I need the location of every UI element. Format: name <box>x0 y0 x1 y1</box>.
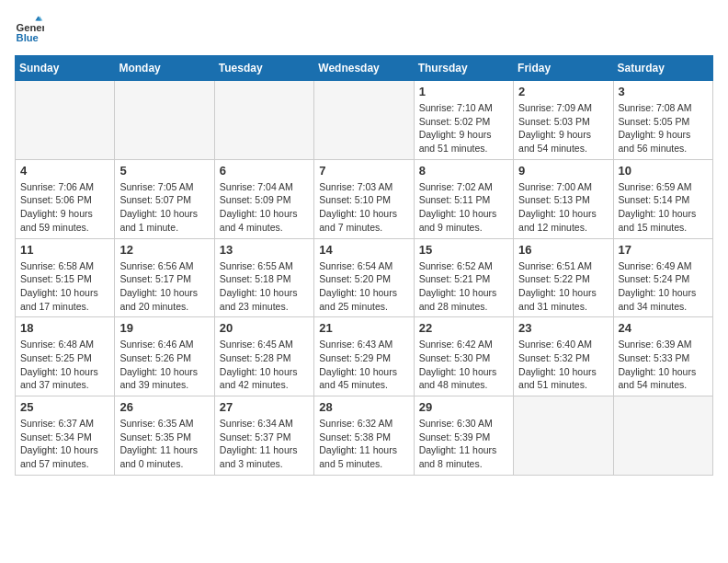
calendar-cell: 15Sunrise: 6:52 AM Sunset: 5:21 PM Dayli… <box>414 238 513 317</box>
day-number: 3 <box>619 85 708 98</box>
calendar-cell: 28Sunrise: 6:32 AM Sunset: 5:38 PM Dayli… <box>314 396 414 476</box>
day-info: Sunrise: 6:34 AM Sunset: 5:37 PM Dayligh… <box>220 417 309 471</box>
calendar-cell <box>514 396 613 476</box>
weekday-header-sunday: Sunday <box>16 56 115 81</box>
weekday-header-saturday: Saturday <box>613 56 712 81</box>
calendar-cell: 13Sunrise: 6:55 AM Sunset: 5:18 PM Dayli… <box>214 238 313 317</box>
calendar-cell: 1Sunrise: 7:10 AM Sunset: 5:02 PM Daylig… <box>414 81 513 160</box>
day-number: 9 <box>518 164 608 178</box>
day-info: Sunrise: 7:06 AM Sunset: 5:06 PM Dayligh… <box>20 180 109 235</box>
day-number: 24 <box>619 321 708 335</box>
calendar-cell: 12Sunrise: 6:56 AM Sunset: 5:17 PM Dayli… <box>115 238 214 317</box>
day-number: 28 <box>319 400 408 414</box>
day-number: 11 <box>20 243 109 257</box>
day-info: Sunrise: 6:35 AM Sunset: 5:35 PM Dayligh… <box>119 417 209 471</box>
day-number: 4 <box>20 164 109 178</box>
day-number: 16 <box>518 243 608 257</box>
calendar-cell: 20Sunrise: 6:45 AM Sunset: 5:28 PM Dayli… <box>214 317 313 396</box>
day-number: 12 <box>119 243 209 257</box>
day-info: Sunrise: 7:05 AM Sunset: 5:07 PM Dayligh… <box>119 180 209 235</box>
day-info: Sunrise: 6:54 AM Sunset: 5:20 PM Dayligh… <box>319 259 408 314</box>
day-info: Sunrise: 6:58 AM Sunset: 5:15 PM Dayligh… <box>20 259 109 314</box>
day-info: Sunrise: 6:42 AM Sunset: 5:30 PM Dayligh… <box>419 338 508 392</box>
day-number: 6 <box>220 164 309 178</box>
day-number: 26 <box>119 400 209 414</box>
day-info: Sunrise: 7:10 AM Sunset: 5:02 PM Dayligh… <box>419 101 508 155</box>
weekday-header-wednesday: Wednesday <box>314 56 414 81</box>
day-info: Sunrise: 7:02 AM Sunset: 5:11 PM Dayligh… <box>419 180 508 235</box>
calendar-cell: 9Sunrise: 7:00 AM Sunset: 5:13 PM Daylig… <box>514 159 613 238</box>
page-header: General Blue <box>15 15 713 44</box>
calendar-cell: 27Sunrise: 6:34 AM Sunset: 5:37 PM Dayli… <box>214 396 313 476</box>
day-number: 7 <box>319 164 408 178</box>
day-info: Sunrise: 6:56 AM Sunset: 5:17 PM Dayligh… <box>119 259 209 314</box>
day-number: 20 <box>220 321 309 335</box>
day-number: 5 <box>119 164 209 178</box>
day-number: 1 <box>419 85 508 98</box>
calendar-cell: 19Sunrise: 6:46 AM Sunset: 5:26 PM Dayli… <box>115 317 214 396</box>
weekday-header-monday: Monday <box>115 56 214 81</box>
day-info: Sunrise: 6:51 AM Sunset: 5:22 PM Dayligh… <box>518 259 608 314</box>
day-info: Sunrise: 6:59 AM Sunset: 5:14 PM Dayligh… <box>619 180 708 235</box>
calendar-cell: 22Sunrise: 6:42 AM Sunset: 5:30 PM Dayli… <box>414 317 513 396</box>
calendar-cell: 26Sunrise: 6:35 AM Sunset: 5:35 PM Dayli… <box>115 396 214 476</box>
calendar-cell: 23Sunrise: 6:40 AM Sunset: 5:32 PM Dayli… <box>514 317 613 396</box>
calendar-cell: 6Sunrise: 7:04 AM Sunset: 5:09 PM Daylig… <box>214 159 313 238</box>
day-number: 27 <box>220 400 309 414</box>
weekday-header-tuesday: Tuesday <box>214 56 313 81</box>
calendar-cell: 7Sunrise: 7:03 AM Sunset: 5:10 PM Daylig… <box>314 159 414 238</box>
calendar-cell: 17Sunrise: 6:49 AM Sunset: 5:24 PM Dayli… <box>613 238 712 317</box>
calendar-cell: 24Sunrise: 6:39 AM Sunset: 5:33 PM Dayli… <box>613 317 712 396</box>
day-number: 18 <box>20 321 109 335</box>
calendar-cell: 25Sunrise: 6:37 AM Sunset: 5:34 PM Dayli… <box>16 396 115 476</box>
calendar-cell <box>314 81 414 160</box>
calendar-week-row: 11Sunrise: 6:58 AM Sunset: 5:15 PM Dayli… <box>16 238 713 317</box>
day-info: Sunrise: 6:48 AM Sunset: 5:25 PM Dayligh… <box>20 338 109 392</box>
day-number: 22 <box>419 321 508 335</box>
day-number: 10 <box>619 164 708 178</box>
calendar-table: SundayMondayTuesdayWednesdayThursdayFrid… <box>15 55 713 476</box>
logo: General Blue <box>15 15 48 44</box>
day-number: 2 <box>518 85 608 98</box>
day-info: Sunrise: 7:04 AM Sunset: 5:09 PM Dayligh… <box>220 180 309 235</box>
calendar-week-row: 25Sunrise: 6:37 AM Sunset: 5:34 PM Dayli… <box>16 396 713 476</box>
day-number: 15 <box>419 243 508 257</box>
day-info: Sunrise: 6:55 AM Sunset: 5:18 PM Dayligh… <box>220 259 309 314</box>
day-info: Sunrise: 6:37 AM Sunset: 5:34 PM Dayligh… <box>20 417 109 471</box>
day-number: 23 <box>518 321 608 335</box>
day-info: Sunrise: 6:39 AM Sunset: 5:33 PM Dayligh… <box>619 338 708 392</box>
day-info: Sunrise: 7:08 AM Sunset: 5:05 PM Dayligh… <box>619 101 708 155</box>
calendar-cell: 18Sunrise: 6:48 AM Sunset: 5:25 PM Dayli… <box>16 317 115 396</box>
day-info: Sunrise: 6:46 AM Sunset: 5:26 PM Dayligh… <box>119 338 209 392</box>
calendar-week-row: 18Sunrise: 6:48 AM Sunset: 5:25 PM Dayli… <box>16 317 713 396</box>
calendar-cell: 2Sunrise: 7:09 AM Sunset: 5:03 PM Daylig… <box>514 81 613 160</box>
day-number: 14 <box>319 243 408 257</box>
calendar-cell: 10Sunrise: 6:59 AM Sunset: 5:14 PM Dayli… <box>613 159 712 238</box>
day-info: Sunrise: 6:30 AM Sunset: 5:39 PM Dayligh… <box>419 417 508 471</box>
calendar-cell: 14Sunrise: 6:54 AM Sunset: 5:20 PM Dayli… <box>314 238 414 317</box>
calendar-cell: 8Sunrise: 7:02 AM Sunset: 5:11 PM Daylig… <box>414 159 513 238</box>
day-number: 17 <box>619 243 708 257</box>
day-number: 8 <box>419 164 508 178</box>
weekday-header-thursday: Thursday <box>414 56 513 81</box>
calendar-cell <box>16 81 115 160</box>
calendar-cell: 5Sunrise: 7:05 AM Sunset: 5:07 PM Daylig… <box>115 159 214 238</box>
calendar-cell: 21Sunrise: 6:43 AM Sunset: 5:29 PM Dayli… <box>314 317 414 396</box>
calendar-cell: 16Sunrise: 6:51 AM Sunset: 5:22 PM Dayli… <box>514 238 613 317</box>
calendar-cell <box>115 81 214 160</box>
weekday-header-row: SundayMondayTuesdayWednesdayThursdayFrid… <box>16 56 713 81</box>
day-number: 19 <box>119 321 209 335</box>
day-info: Sunrise: 7:03 AM Sunset: 5:10 PM Dayligh… <box>319 180 408 235</box>
calendar-cell: 4Sunrise: 7:06 AM Sunset: 5:06 PM Daylig… <box>16 159 115 238</box>
day-info: Sunrise: 6:32 AM Sunset: 5:38 PM Dayligh… <box>319 417 408 471</box>
weekday-header-friday: Friday <box>514 56 613 81</box>
svg-text:General: General <box>17 22 44 33</box>
calendar-week-row: 1Sunrise: 7:10 AM Sunset: 5:02 PM Daylig… <box>16 81 713 160</box>
day-info: Sunrise: 6:40 AM Sunset: 5:32 PM Dayligh… <box>518 338 608 392</box>
calendar-week-row: 4Sunrise: 7:06 AM Sunset: 5:06 PM Daylig… <box>16 159 713 238</box>
day-info: Sunrise: 6:52 AM Sunset: 5:21 PM Dayligh… <box>419 259 508 314</box>
calendar-cell: 29Sunrise: 6:30 AM Sunset: 5:39 PM Dayli… <box>414 396 513 476</box>
day-info: Sunrise: 6:43 AM Sunset: 5:29 PM Dayligh… <box>319 338 408 392</box>
calendar-cell: 3Sunrise: 7:08 AM Sunset: 5:05 PM Daylig… <box>613 81 712 160</box>
svg-text:Blue: Blue <box>17 32 39 43</box>
